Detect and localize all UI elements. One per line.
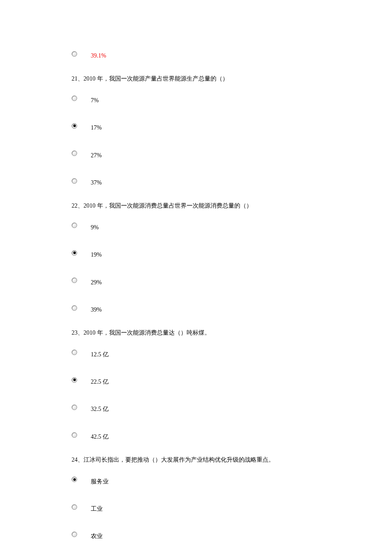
radio-wrapper[interactable]: [72, 250, 91, 256]
option-row: 42.5 亿: [72, 428, 392, 442]
option-row: 39.1%: [72, 47, 392, 61]
option-text: 32.5 亿: [91, 405, 109, 414]
radio-wrapper[interactable]: [72, 223, 91, 228]
radio-wrapper[interactable]: [72, 123, 91, 129]
option-text: 42.5 亿: [91, 432, 109, 442]
radio-checked-icon: [72, 250, 77, 256]
radio-wrapper[interactable]: [72, 305, 91, 311]
radio-unchecked-icon: [72, 432, 77, 438]
radio-unchecked-icon: [72, 223, 77, 228]
radio-unchecked-icon: [72, 350, 77, 355]
option-row: 29%: [72, 274, 392, 287]
option-text: 19%: [91, 250, 102, 260]
quiz-content: 39.1% 21、2010 年，我国一次能源产量占世界能源生产总量的（） 7% …: [72, 47, 392, 555]
option-text: 29%: [91, 278, 102, 287]
option-row: 9%: [72, 219, 392, 232]
option-row: 17%: [72, 119, 392, 133]
option-text: 9%: [91, 223, 99, 232]
radio-unchecked-icon: [72, 532, 77, 537]
option-row: 12.5 亿: [72, 346, 392, 359]
option-text: 39%: [91, 305, 102, 315]
option-text: 服务业: [91, 477, 109, 486]
option-text: 27%: [91, 151, 102, 160]
question-23-text: 23、2010 年，我国一次能源消费总量达（）吨标煤。: [72, 328, 392, 338]
option-text: 17%: [91, 123, 102, 133]
option-row: 27%: [72, 147, 392, 160]
option-row: 工业: [72, 500, 392, 514]
radio-unchecked-icon: [72, 150, 77, 156]
option-row: 19%: [72, 246, 392, 260]
option-text: 12.5 亿: [91, 350, 109, 359]
option-row: 22.5 亿: [72, 373, 392, 387]
radio-checked-icon: [72, 477, 77, 482]
radio-wrapper[interactable]: [72, 350, 91, 355]
radio-wrapper[interactable]: [72, 95, 91, 101]
radio-wrapper[interactable]: [72, 504, 91, 510]
radio-wrapper[interactable]: [72, 178, 91, 184]
question-24-text: 24、江冰司长指出，要把推动（）大发展作为产业结构优化升级的战略重点。: [72, 455, 392, 465]
radio-wrapper[interactable]: [72, 432, 91, 438]
option-text: 37%: [91, 178, 102, 188]
option-row: 37%: [72, 174, 392, 188]
radio-wrapper[interactable]: [72, 477, 91, 482]
option-row: 农业: [72, 527, 392, 541]
question-21-text: 21、2010 年，我国一次能源产量占世界能源生产总量的（）: [72, 74, 392, 84]
radio-unchecked-icon: [72, 305, 77, 311]
radio-unchecked-icon: [72, 504, 77, 510]
option-text: 39.1%: [91, 51, 106, 61]
radio-wrapper[interactable]: [72, 532, 91, 537]
radio-wrapper[interactable]: [72, 51, 91, 57]
radio-unchecked-icon: [72, 278, 77, 283]
radio-unchecked-icon: [72, 51, 77, 57]
radio-wrapper[interactable]: [72, 278, 91, 283]
option-text: 22.5 亿: [91, 377, 109, 387]
radio-wrapper[interactable]: [72, 150, 91, 156]
option-row: 服务业: [72, 473, 392, 486]
radio-wrapper[interactable]: [72, 377, 91, 383]
option-text: 7%: [91, 96, 99, 105]
question-22-text: 22、2010 年，我国一次能源消费总量占世界一次能源消费总量的（）: [72, 201, 392, 211]
option-text: 工业: [91, 504, 103, 514]
option-row: 7%: [72, 92, 392, 105]
radio-unchecked-icon: [72, 405, 77, 410]
option-row: 39%: [72, 301, 392, 315]
radio-unchecked-icon: [72, 95, 77, 101]
option-row: 32.5 亿: [72, 400, 392, 414]
radio-wrapper[interactable]: [72, 405, 91, 410]
option-text: 农业: [91, 532, 103, 541]
radio-checked-icon: [72, 123, 77, 129]
radio-unchecked-icon: [72, 178, 77, 184]
radio-checked-icon: [72, 377, 77, 383]
